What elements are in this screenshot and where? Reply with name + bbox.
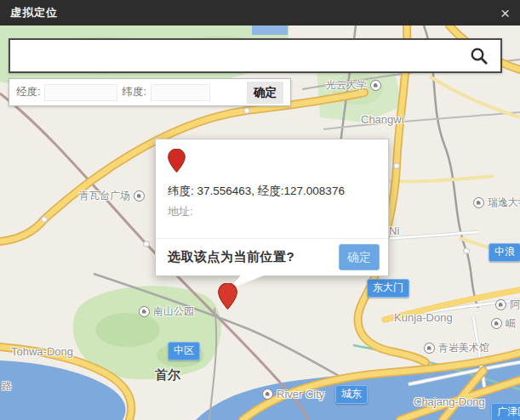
map-label-seoil-univ: 瑞逸大学 [473, 196, 520, 210]
map-label-namsan-park: 南山公园 [139, 304, 194, 319]
search-bar [9, 38, 502, 73]
map-label-tohwa-dong: Tohwa-Dong [11, 345, 73, 358]
map-label-kunja-dong: Kunja-Dong [394, 311, 453, 324]
map-label-poi-a: 阿 [495, 298, 520, 312]
museum-poi-icon [424, 343, 435, 354]
coordinate-bar: 经度: 纬度: 确定 [9, 78, 291, 106]
map-badge-junggu: 中区 [168, 342, 200, 360]
popup-footer: 选取该点为当前位置? 确定 [156, 238, 388, 275]
map-badge-gwangjin: 广津区 [491, 403, 520, 420]
selected-location-pin-icon[interactable] [218, 283, 237, 309]
search-icon[interactable] [470, 47, 489, 65]
map-badge-dongdaemun: 东大门 [367, 279, 409, 298]
latitude-input[interactable] [151, 84, 210, 101]
building-poi-icon [262, 389, 273, 400]
title-bar: 虚拟定位 × [0, 0, 520, 26]
window-title: 虚拟定位 [10, 5, 58, 20]
map-label-chajang-dong: Chajang-Dong [414, 395, 485, 408]
popup-address-label: 地址: [168, 204, 193, 219]
longitude-label: 经度: [16, 85, 40, 99]
building-poi-icon [491, 318, 502, 329]
map-label-changwi: Changwi [361, 113, 404, 126]
map-label-poi-b: 崛 [491, 316, 516, 331]
popup-question-text: 选取该点为当前位置? [168, 249, 294, 265]
park-poi-icon [139, 306, 150, 317]
map-badge-jungnang: 中浪 [489, 243, 520, 262]
latitude-label: 纬度: [122, 85, 146, 99]
location-popup: 纬度: 37.556463, 经度:127.008376 地址: 选取该点为当前… [155, 139, 389, 276]
popup-coordinates-text: 纬度: 37.556463, 经度:127.008376 [168, 184, 345, 199]
popup-pin-icon [168, 149, 186, 173]
longitude-input[interactable] [44, 84, 117, 101]
square-poi-icon [134, 190, 145, 201]
map-label-river-city: River City [262, 388, 324, 400]
map-label-gwangwoon-univ: 光云大学 [326, 78, 381, 93]
coordinate-confirm-button[interactable]: 确定 [247, 82, 283, 104]
building-poi-icon [495, 299, 506, 310]
map-badge-seongdong: 城东 [335, 385, 368, 404]
map-label-road-fragment: 路 [2, 379, 12, 394]
map-label-ni-fragment: Ni [389, 224, 399, 237]
map-label-cheongam-museum: 青岩美术馆 [424, 341, 489, 355]
university-poi-icon [370, 80, 381, 91]
map-label-seoul: 首尔 [155, 367, 180, 383]
virtual-location-window: { "window": { "title": "虚拟定位", "close_gl… [0, 0, 520, 420]
search-input[interactable] [10, 40, 470, 71]
popup-confirm-button[interactable]: 确定 [339, 244, 380, 270]
university-poi-icon [473, 197, 484, 208]
close-icon[interactable]: × [500, 5, 510, 21]
map-label-cheongwadae-square: 青瓦台广场 [79, 189, 145, 203]
